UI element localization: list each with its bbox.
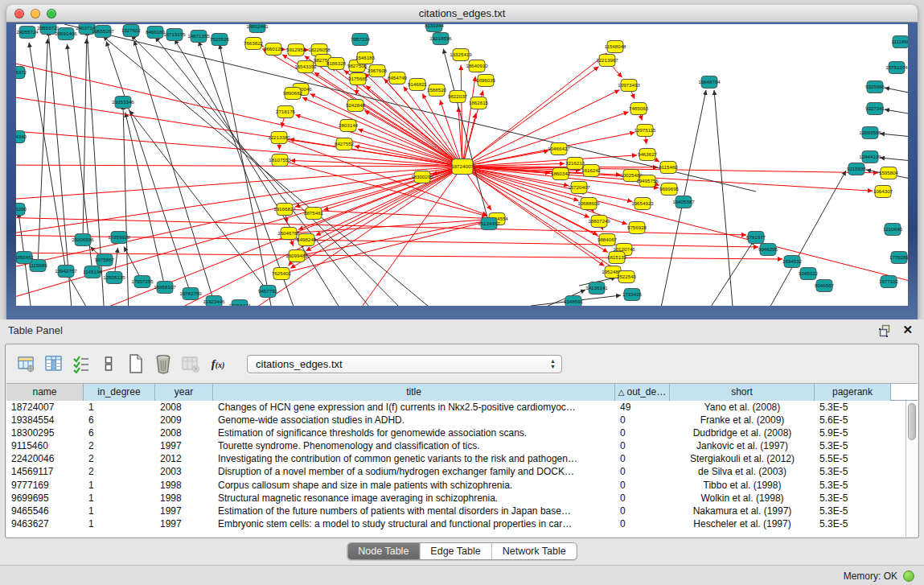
graph-node[interactable]: 18300295 <box>411 171 433 183</box>
table-row[interactable]: 1830029562008Estimation of significance … <box>6 426 906 439</box>
graph-node[interactable]: 8875461 <box>304 208 324 220</box>
graph-node[interactable]: 10466427 <box>548 143 570 155</box>
graph-node[interactable]: 9699695 <box>659 183 680 196</box>
graph-node[interactable]: 9046295 <box>758 244 778 256</box>
graph-node[interactable]: 1210640 <box>883 224 903 236</box>
column-header-out_degree[interactable]: △out_de… <box>615 384 670 401</box>
graph-node[interactable]: 2522543 <box>617 271 637 283</box>
graph-node[interactable]: 21053346 <box>112 97 134 109</box>
graph-node[interactable]: 15134457 <box>478 218 500 230</box>
graph-node[interactable]: 6850451 <box>16 252 35 264</box>
graph-node[interactable]: 9348591 <box>564 296 584 307</box>
graph-node[interactable]: 12505135 <box>103 272 125 284</box>
graph-node[interactable]: 9245022 <box>799 268 819 280</box>
graph-node[interactable]: 9457791 <box>258 286 278 298</box>
scrollbar-thumb[interactable] <box>908 403 916 440</box>
graph-node[interactable]: 9242848 <box>346 100 366 112</box>
graph-node[interactable]: 15720407 <box>568 182 590 194</box>
graph-node[interactable]: 12213380 <box>268 132 290 144</box>
tab-node-table[interactable]: Node Table <box>347 543 420 559</box>
graph-node[interactable]: 1862615 <box>469 97 489 109</box>
graph-node[interactable]: 9463627 <box>638 149 658 161</box>
graph-node[interactable]: 10719155 <box>163 29 186 41</box>
graph-node[interactable]: 12093588 <box>859 127 881 139</box>
graph-node[interactable]: 12975115 <box>634 125 656 137</box>
graph-node[interactable]: 7663822 <box>244 38 264 50</box>
new-table-icon[interactable] <box>123 351 149 377</box>
graph-node[interactable]: 17359928 <box>108 232 130 244</box>
graph-node[interactable]: 12444139 <box>859 151 881 163</box>
table-row[interactable]: 1872400712008Changes of HCN gene express… <box>6 401 906 414</box>
graph-node[interactable]: 18852461 <box>246 24 269 33</box>
graph-node[interactable]: 13293424 <box>228 300 251 307</box>
graph-node[interactable]: 1588520 <box>427 84 447 97</box>
graph-node[interactable]: 11923446 <box>203 296 225 307</box>
graph-node[interactable]: 8427552 <box>335 138 355 150</box>
graph-node[interactable]: 9115460 <box>659 162 678 174</box>
graph-node[interactable]: 16958107 <box>154 282 176 294</box>
graph-node[interactable]: 5498246 <box>297 234 317 246</box>
graph-node[interactable]: 18107553 <box>269 154 291 167</box>
graph-node[interactable]: 13942757 <box>55 266 77 278</box>
graph-node[interactable]: 17957255 <box>131 276 154 288</box>
graph-node[interactable]: 12213967 <box>596 55 618 67</box>
graph-node[interactable]: 9884067 <box>598 234 618 246</box>
table-selector-dropdown[interactable]: citations_edges.txt ▲▼ <box>247 355 562 373</box>
graph-node[interactable]: 5912954 <box>286 44 306 56</box>
table-row[interactable]: 911546021997Tourette syndrome. Phenomeno… <box>6 439 906 452</box>
graph-node[interactable]: 14671355 <box>187 31 210 43</box>
graph-node[interactable]: 1616242 <box>581 165 602 177</box>
show-column-icon[interactable] <box>41 351 67 377</box>
column-header-title[interactable]: title <box>213 384 615 401</box>
graph-node[interactable]: 16782759 <box>179 288 202 300</box>
graph-node[interactable]: 7515526 <box>210 34 230 46</box>
select-columns-icon[interactable] <box>68 351 94 377</box>
graph-node[interactable]: 2803144 <box>339 120 359 132</box>
graph-node[interactable]: 20691406 <box>55 28 77 40</box>
function-builder-icon[interactable]: f(x) <box>205 351 231 377</box>
graph-node[interactable]: 1677102 <box>879 276 899 288</box>
table-row[interactable]: 969969511998Structural magnetic resonanc… <box>6 492 906 505</box>
column-header-short[interactable]: short <box>670 384 815 401</box>
graph-node[interactable]: 19166827 <box>273 204 296 216</box>
graph-node[interactable]: 16648784 <box>698 76 721 89</box>
graph-node[interactable]: 9890662 <box>283 88 303 100</box>
graph-node[interactable]: 19495756 <box>636 175 659 187</box>
graph-node[interactable]: 2718176 <box>276 106 296 118</box>
graph-node[interactable]: 9329966 <box>865 81 885 93</box>
graph-node[interactable]: 19654923 <box>631 198 654 210</box>
table-scrollbar[interactable] <box>906 401 918 537</box>
graph-node[interactable]: 9046290 <box>16 204 27 216</box>
table-row[interactable]: 2242004622012Investigating the contribut… <box>6 452 906 465</box>
tab-edge-table[interactable]: Edge Table <box>420 543 491 559</box>
graph-node[interactable]: 9146821 <box>408 79 428 91</box>
table-settings-icon[interactable] <box>14 351 39 377</box>
graph-node[interactable]: 9822037 <box>448 91 468 103</box>
graph-node[interactable]: 16405387 <box>672 196 695 208</box>
graph-node[interactable]: 1546183 <box>355 52 376 64</box>
graph-node[interactable]: 9660126 <box>264 43 284 56</box>
graph-node[interactable]: 8046567 <box>815 280 835 292</box>
float-panel-icon[interactable] <box>879 324 892 337</box>
graph-node[interactable]: 9175685 <box>348 73 368 85</box>
graph-node[interactable]: 10973493 <box>618 80 640 92</box>
graph-node[interactable]: 1860342 <box>551 168 571 180</box>
graph-node[interactable]: 9215936 <box>847 163 867 175</box>
graph-node[interactable]: 10688609 <box>577 198 600 210</box>
graph-node[interactable]: 1111868 <box>892 36 908 48</box>
column-header-in_degree[interactable]: in_degree <box>84 384 155 401</box>
graph-node[interactable]: 8131044 <box>425 24 445 32</box>
graph-node[interactable]: 1595804 <box>879 167 899 179</box>
table-row[interactable]: 1456911722003Disruption of a novel membe… <box>6 465 906 478</box>
close-panel-icon[interactable]: ✕ <box>902 323 913 337</box>
graph-node[interactable]: 11548048 <box>604 41 626 53</box>
graph-node[interactable]: 9756928 <box>627 222 647 234</box>
graph-node[interactable]: 8466160 <box>146 27 166 39</box>
graph-node[interactable]: 13325419 <box>450 49 472 61</box>
graph-node[interactable]: 1145194 <box>83 266 102 278</box>
column-header-year[interactable]: year <box>155 384 213 401</box>
graph-node[interactable]: 14136141 <box>585 282 608 295</box>
graph-node[interactable]: 1914340 <box>16 131 27 143</box>
table-row[interactable]: 977716911998Corpus callosum shape and si… <box>6 479 906 492</box>
graph-node[interactable]: 7485063 <box>629 103 649 115</box>
